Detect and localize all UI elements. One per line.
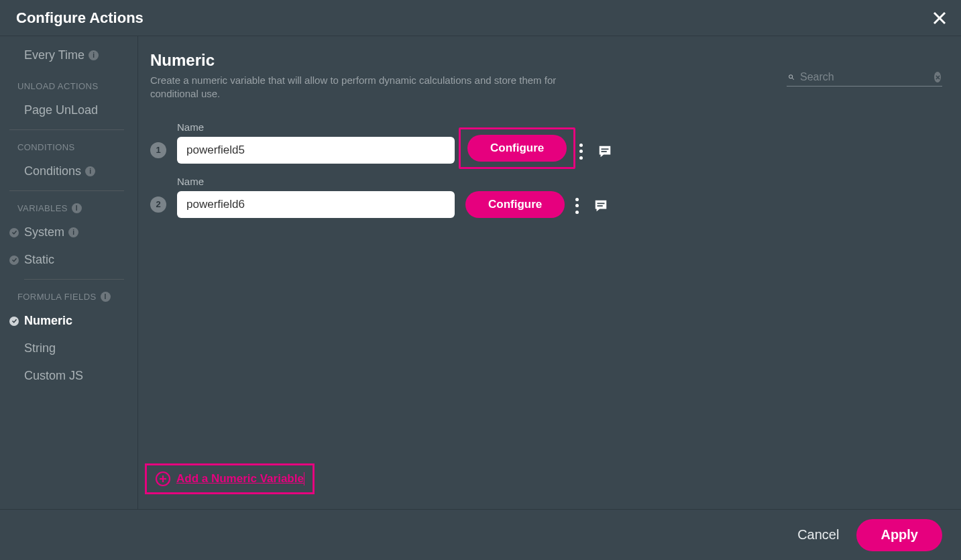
configure-actions-modal: Configure Actions Every Time i UNLOAD AC…	[0, 0, 961, 560]
sidebar-item-conditions[interactable]: Conditions i	[0, 158, 137, 185]
info-icon: i	[101, 292, 111, 302]
sidebar-heading-unload-actions: UNLOAD ACTIONS	[0, 69, 137, 97]
sidebar-heading-variables: VARIABLES i	[0, 191, 137, 219]
kebab-menu-icon[interactable]	[575, 198, 579, 214]
main-panel: Numeric Create a numeric variable that w…	[138, 36, 961, 509]
sidebar-heading-label: UNLOAD ACTIONS	[17, 81, 98, 91]
modal-header: Configure Actions	[0, 0, 961, 36]
field-label: Name	[177, 121, 455, 133]
info-icon: i	[68, 227, 78, 237]
apply-button[interactable]: Apply	[856, 519, 942, 551]
row-actions	[579, 144, 614, 164]
svg-line-3	[792, 78, 794, 80]
variable-rows: 1 Name Configure 2	[150, 109, 942, 218]
search-input[interactable]	[800, 71, 934, 83]
plus-circle-icon	[155, 471, 171, 487]
sidebar-item-label: Page UnLoad	[24, 103, 98, 117]
sidebar-item-numeric[interactable]: Numeric	[0, 307, 137, 335]
sidebar-item-label: Every Time	[24, 48, 84, 62]
add-numeric-variable-link[interactable]: Add a Numeric Variable	[145, 463, 315, 494]
sidebar-item-label: System	[24, 225, 64, 239]
info-icon: i	[85, 166, 95, 176]
sidebar-item-static[interactable]: Static	[0, 246, 137, 274]
svg-rect-7	[602, 151, 607, 152]
sidebar-item-label: Static	[24, 253, 54, 267]
name-field: Name	[177, 176, 455, 218]
info-icon: i	[72, 203, 82, 213]
sidebar-item-label: Conditions	[24, 164, 81, 178]
sidebar-heading-label: FORMULA FIELDS	[17, 292, 97, 302]
check-icon	[9, 317, 19, 326]
comment-icon[interactable]	[596, 144, 614, 159]
close-icon[interactable]	[931, 10, 948, 26]
sidebar-heading-label: VARIABLES	[17, 203, 68, 213]
sidebar-item-every-time[interactable]: Every Time i	[0, 42, 137, 69]
name-input[interactable]	[177, 137, 455, 164]
add-link-label: Add a Numeric Variable	[176, 472, 304, 486]
step-badge: 1	[150, 142, 166, 158]
check-icon	[9, 256, 19, 265]
search-field[interactable]	[787, 68, 942, 87]
configure-button[interactable]: Configure	[465, 191, 565, 218]
main-heading-block: Numeric Create a numeric variable that w…	[150, 51, 593, 101]
sidebar-heading-label: CONDITIONS	[17, 142, 75, 152]
info-icon: i	[89, 50, 99, 60]
sidebar-item-label: Numeric	[24, 314, 72, 328]
variable-row: 2 Name Configure	[150, 176, 942, 218]
kebab-menu-icon[interactable]	[579, 144, 583, 160]
sidebar-heading-formula-fields: FORMULA FIELDS i	[0, 280, 137, 307]
svg-rect-9	[598, 205, 603, 207]
field-label: Name	[177, 176, 455, 187]
step-badge: 2	[150, 197, 166, 213]
svg-point-2	[789, 75, 793, 78]
variable-row: 1 Name Configure	[150, 121, 942, 164]
modal-footer: Cancel Apply	[0, 509, 961, 560]
name-field: Name	[177, 121, 455, 164]
sidebar-item-system[interactable]: System i	[0, 219, 137, 246]
configure-highlight: Configure	[459, 127, 575, 169]
configure-button[interactable]: Configure	[467, 135, 567, 162]
page-description: Create a numeric variable that will allo…	[150, 74, 593, 101]
search-icon	[788, 72, 795, 82]
sidebar-item-label: Custom JS	[24, 369, 83, 383]
clear-search-icon[interactable]	[934, 72, 941, 82]
sidebar: Every Time i UNLOAD ACTIONS Page UnLoad …	[0, 36, 138, 509]
modal-body: Every Time i UNLOAD ACTIONS Page UnLoad …	[0, 36, 961, 509]
row-actions	[575, 198, 610, 218]
sidebar-item-label: String	[24, 341, 56, 355]
svg-rect-6	[602, 148, 609, 150]
modal-title: Configure Actions	[16, 9, 144, 27]
cancel-button[interactable]: Cancel	[797, 527, 839, 543]
page-title: Numeric	[150, 51, 593, 70]
main-top: Numeric Create a numeric variable that w…	[150, 51, 942, 101]
comment-icon[interactable]	[592, 199, 610, 213]
sidebar-item-custom-js[interactable]: Custom JS	[0, 362, 137, 390]
sidebar-item-page-unload[interactable]: Page UnLoad	[0, 97, 137, 124]
svg-rect-8	[598, 203, 605, 204]
sidebar-item-string[interactable]: String	[0, 335, 137, 362]
name-input[interactable]	[177, 191, 455, 218]
check-icon	[9, 228, 19, 237]
sidebar-heading-conditions: CONDITIONS	[0, 130, 137, 158]
